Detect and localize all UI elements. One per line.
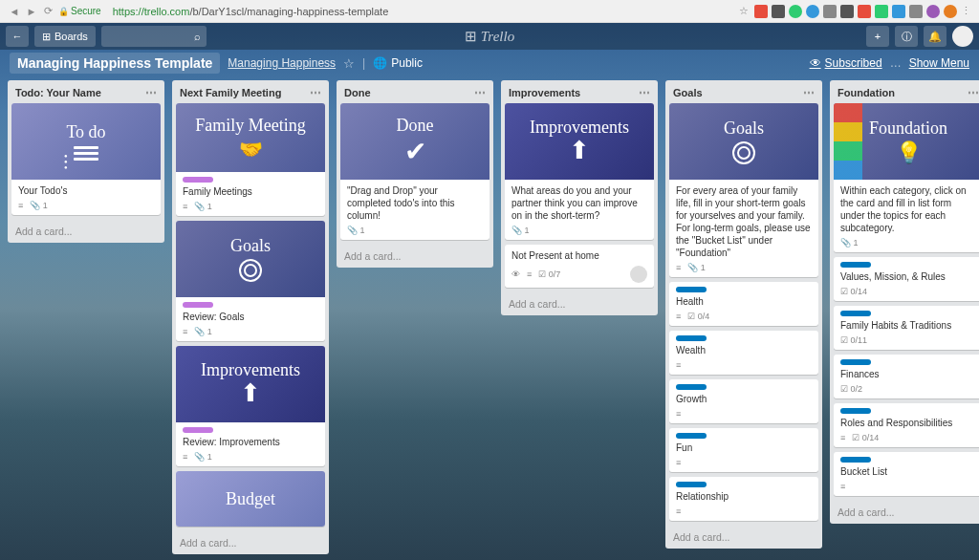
list-header[interactable]: Todo: Your Name⋯: [8, 80, 164, 103]
card[interactable]: Improvements⬆What areas do you and your …: [505, 103, 654, 240]
ext-icon[interactable]: [892, 5, 905, 18]
list-header[interactable]: Next Family Meeting⋯: [172, 80, 329, 103]
card[interactable]: Finances☑ 0/2: [834, 355, 979, 398]
add-card-button[interactable]: Add a card...: [337, 245, 493, 268]
ext-icon[interactable]: [944, 5, 957, 18]
list: Goals⋯GoalsFor every area of your family…: [665, 80, 822, 549]
card[interactable]: Wealth≡: [669, 331, 818, 375]
url-bar[interactable]: https://trello.com/b/DarY1scl/managing-h…: [107, 4, 733, 19]
add-card-button[interactable]: Add a card...: [501, 292, 658, 315]
create-button[interactable]: +: [866, 26, 889, 47]
ext-icon[interactable]: [789, 5, 802, 18]
info-button[interactable]: ⓘ: [895, 26, 918, 47]
card[interactable]: GoalsReview: Goals≡📎 1: [176, 221, 325, 341]
card-label[interactable]: [840, 359, 871, 365]
card[interactable]: Budget: [176, 471, 325, 527]
visibility-button[interactable]: 🌐 Public: [373, 56, 423, 70]
card-body: "Drag and Drop" your completed todo's in…: [340, 180, 490, 226]
boards-button[interactable]: ⊞ Boards: [34, 26, 96, 47]
card-label[interactable]: [183, 427, 213, 433]
add-card-button[interactable]: Add a card...: [830, 501, 979, 524]
add-card-button[interactable]: Add a card...: [665, 526, 822, 549]
forward-button[interactable]: ►: [25, 5, 38, 18]
card-label[interactable]: [183, 177, 213, 183]
cover-title: Budget: [226, 489, 275, 509]
card[interactable]: GoalsFor every area of your family life,…: [669, 103, 818, 277]
add-card-button[interactable]: Add a card...: [8, 220, 164, 243]
board-team-link[interactable]: Managing Happiness: [228, 56, 336, 70]
list-title: Next Family Meeting: [180, 87, 281, 98]
card[interactable]: To doYour Todo's≡📎 1: [11, 103, 161, 215]
card[interactable]: Not Present at home👁≡☑ 0/7: [505, 245, 654, 288]
card[interactable]: Foundation💡Within each category, click o…: [834, 103, 979, 252]
browser-menu-icon[interactable]: ⋮: [961, 5, 971, 18]
card[interactable]: Health≡☑ 0/4: [669, 282, 818, 326]
trello-logo[interactable]: Trello: [465, 28, 514, 45]
list-header[interactable]: Foundation⋯: [830, 80, 979, 103]
checklist-badge: ☑ 0/2: [840, 384, 862, 394]
card[interactable]: Growth≡: [669, 379, 818, 423]
description-icon: ≡: [676, 458, 681, 467]
user-avatar[interactable]: [952, 26, 973, 47]
card-label[interactable]: [840, 408, 871, 414]
list-menu-button[interactable]: ⋯: [145, 86, 157, 99]
ext-icon[interactable]: [772, 5, 785, 18]
ext-icon[interactable]: [926, 5, 940, 18]
card-label[interactable]: [183, 302, 213, 308]
list-menu-button[interactable]: ⋯: [474, 86, 486, 99]
card[interactable]: Done✔"Drag and Drop" your completed todo…: [340, 103, 490, 240]
card-label[interactable]: [676, 482, 707, 487]
card[interactable]: Roles and Responsibilities≡☑ 0/14: [834, 403, 979, 447]
ext-icon[interactable]: [909, 5, 923, 18]
list-header[interactable]: Goals⋯: [665, 80, 822, 103]
card-title: Family Meetings: [183, 185, 318, 198]
card-label[interactable]: [676, 287, 707, 292]
card[interactable]: Relationship≡: [669, 477, 818, 521]
list-menu-button[interactable]: ⋯: [310, 86, 321, 99]
ext-icon[interactable]: [806, 5, 819, 18]
list-header[interactable]: Improvements⋯: [501, 80, 658, 103]
card-label[interactable]: [840, 262, 871, 268]
card-cover: Family Meeting🤝: [176, 103, 325, 172]
card-label[interactable]: [676, 384, 707, 390]
search-input[interactable]: ⌕: [101, 26, 207, 47]
show-menu-button[interactable]: Show Menu: [909, 56, 969, 70]
ext-icon[interactable]: [840, 5, 854, 18]
card-title: Finances: [840, 368, 976, 380]
list-cards: Family Meeting🤝Family Meetings≡📎 1GoalsR…: [172, 103, 329, 531]
list-title: Foundation: [838, 87, 895, 98]
reload-button[interactable]: ⟳: [44, 5, 53, 17]
board-title[interactable]: Managing Happiness Template: [10, 53, 220, 74]
card-label[interactable]: [676, 335, 707, 341]
card[interactable]: Family Meeting🤝Family Meetings≡📎 1: [176, 103, 325, 216]
card[interactable]: Improvements⬆Review: Improvements≡📎 1: [176, 346, 325, 466]
list-title: Done: [344, 87, 371, 98]
list-header[interactable]: Done⋯: [337, 80, 493, 103]
ext-icon[interactable]: [823, 5, 837, 18]
card[interactable]: Family Habits & Traditions☑ 0/11: [834, 306, 979, 350]
star-button[interactable]: ☆: [343, 56, 355, 71]
bookmark-icon[interactable]: ☆: [739, 5, 749, 17]
card[interactable]: Fun≡: [669, 428, 818, 472]
card-label[interactable]: [840, 311, 871, 316]
card-title: What areas do you and your partner think…: [511, 184, 647, 222]
card-label[interactable]: [840, 457, 871, 463]
card-body: Family Habits & Traditions: [834, 306, 979, 335]
back-to-home-button[interactable]: ←: [6, 26, 29, 47]
list-menu-button[interactable]: ⋯: [639, 86, 650, 99]
card-title: Relationship: [676, 490, 812, 503]
ext-icon[interactable]: [754, 5, 768, 18]
card[interactable]: Values, Mission, & Rules☑ 0/14: [834, 257, 979, 301]
list-menu-button[interactable]: ⋯: [803, 86, 815, 99]
description-icon: ≡: [676, 312, 681, 321]
list-menu-button[interactable]: ⋯: [968, 86, 979, 99]
subscribed-button[interactable]: 👁 Subscribed: [810, 56, 882, 70]
member-avatar[interactable]: [630, 266, 647, 283]
notifications-button[interactable]: 🔔: [924, 26, 946, 47]
ext-icon[interactable]: [858, 5, 871, 18]
card-label[interactable]: [676, 433, 707, 439]
back-button[interactable]: ◄: [8, 5, 21, 18]
ext-icon[interactable]: [875, 5, 888, 18]
add-card-button[interactable]: Add a card...: [172, 531, 329, 554]
card[interactable]: Bucket List≡: [834, 452, 979, 496]
